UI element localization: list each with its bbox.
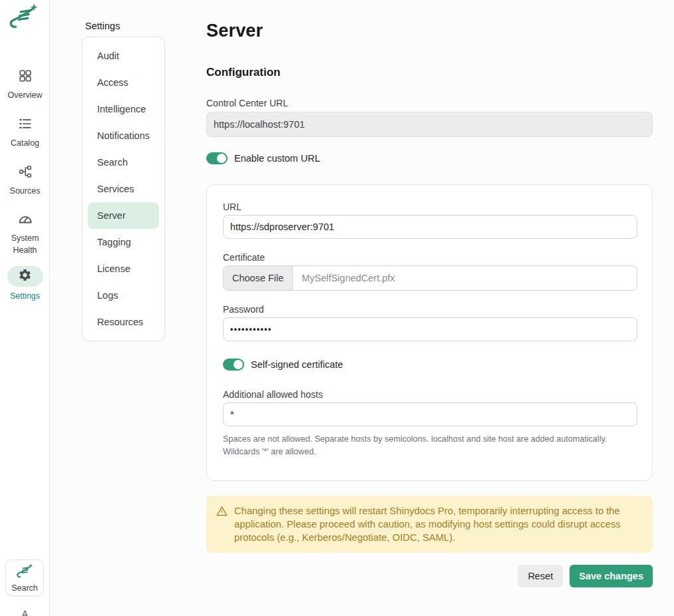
sidebar-item-catalog[interactable]: Catalog	[0, 116, 50, 149]
app-window: Overview Catalog Sources	[0, 0, 674, 616]
sidebar: Overview Catalog Sources	[0, 0, 50, 616]
choose-file-button[interactable]: Choose File	[224, 266, 293, 290]
shinydocs-logo-icon	[15, 563, 34, 581]
submenu-item-server[interactable]: Server	[88, 202, 159, 229]
submenu-item-intelligence[interactable]: Intelligence	[88, 96, 159, 122]
enable-custom-url-toggle[interactable]	[206, 152, 228, 164]
control-center-url-label: Control Center URL	[206, 98, 288, 108]
sidebar-item-overview[interactable]: Overview	[0, 69, 50, 101]
submenu-item-audit[interactable]: Audit	[88, 43, 159, 69]
submenu-item-access[interactable]: Access	[88, 69, 159, 96]
sidebar-item-label: Settings	[10, 290, 40, 302]
shinydocs-logo-icon	[7, 3, 39, 33]
certificate-file-input[interactable]: Choose File MySelfSignedCert.pfx	[223, 265, 637, 291]
custom-url-card: URL Certificate Choose File MySelfSigned…	[206, 184, 653, 481]
allowed-hosts-label: Additional allowed hosts	[223, 389, 323, 400]
sidebar-search-button[interactable]: Search	[5, 559, 44, 596]
sidebar-item-label: Sources	[7, 185, 44, 197]
nodes-icon	[18, 164, 33, 182]
self-signed-label: Self-signed certificate	[251, 359, 343, 370]
main-content: Server Configuration Control Center URL …	[206, 0, 653, 616]
certificate-label: Certificate	[223, 252, 265, 263]
section-title: Configuration	[206, 66, 280, 79]
sidebar-bottom-partial-text: A	[0, 609, 50, 616]
grid-icon	[18, 69, 33, 86]
submenu-item-tagging[interactable]: Tagging	[88, 229, 159, 255]
self-signed-row: Self-signed certificate	[223, 359, 343, 371]
search-label: Search	[11, 583, 38, 593]
active-pill	[7, 266, 43, 287]
submenu-item-logs[interactable]: Logs	[88, 282, 159, 309]
password-label: Password	[223, 304, 263, 315]
reset-button[interactable]: Reset	[518, 565, 563, 587]
enable-custom-url-label: Enable custom URL	[234, 153, 320, 164]
form-actions: Reset Save changes	[206, 565, 653, 587]
submenu-item-resources[interactable]: Resources	[88, 309, 159, 335]
certificate-filename: MySelfSignedCert.pfx	[293, 266, 395, 290]
self-signed-toggle[interactable]	[223, 359, 244, 371]
submenu-item-services[interactable]: Services	[88, 176, 159, 202]
toggle-knob	[234, 360, 243, 369]
gauge-icon	[17, 212, 33, 229]
settings-submenu: Audit Access Intelligence Notifications …	[82, 37, 165, 341]
allowed-hosts-input[interactable]	[223, 402, 637, 426]
warning-text: Changing these settings will restart Shi…	[234, 504, 638, 544]
warning-icon	[216, 505, 228, 518]
sidebar-item-system-health[interactable]: System Health	[0, 212, 50, 256]
submenu-item-search[interactable]: Search	[88, 149, 159, 176]
gear-icon	[18, 268, 32, 285]
allowed-hosts-helper-text: Spaces are not allowed. Separate hosts b…	[223, 433, 639, 458]
url-input[interactable]	[223, 215, 637, 239]
url-label: URL	[223, 202, 242, 212]
sidebar-item-sources[interactable]: Sources	[0, 164, 50, 197]
toggle-knob	[217, 154, 226, 163]
submenu-item-notifications[interactable]: Notifications	[88, 122, 159, 149]
control-center-url-input	[206, 112, 653, 137]
sidebar-item-settings[interactable]: Settings	[0, 266, 50, 302]
save-changes-button[interactable]: Save changes	[570, 565, 653, 587]
page-title: Server	[206, 21, 263, 41]
sidebar-item-label: Overview	[7, 89, 42, 101]
submenu-header: Settings	[85, 21, 120, 31]
sidebar-item-label: System Health	[8, 232, 43, 256]
submenu-item-license[interactable]: License	[88, 255, 159, 282]
sidebar-item-label: Catalog	[11, 137, 39, 149]
password-input[interactable]	[223, 317, 637, 341]
restart-warning-banner: Changing these settings will restart Shi…	[206, 496, 653, 553]
list-icon	[18, 116, 33, 134]
enable-custom-url-row: Enable custom URL	[206, 152, 320, 164]
